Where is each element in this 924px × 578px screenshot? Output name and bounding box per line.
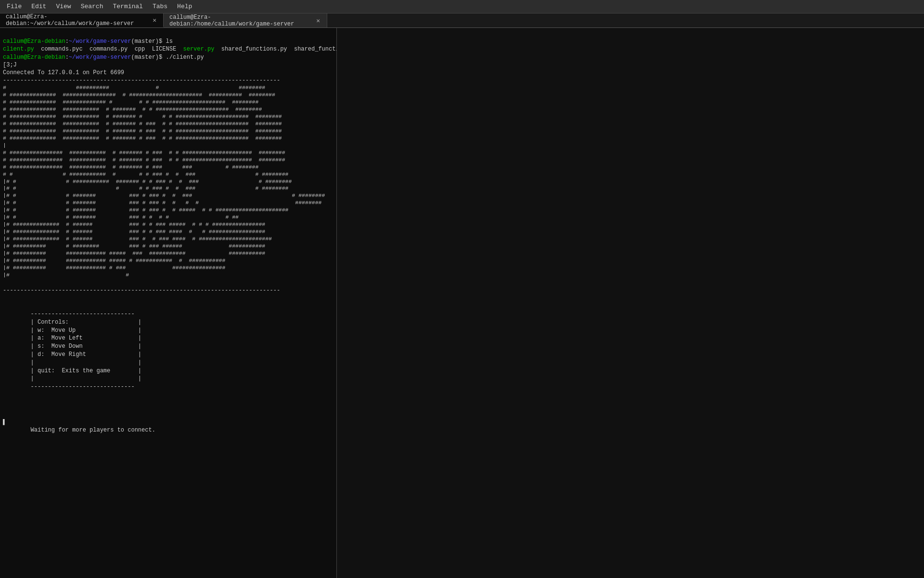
tab-1-close[interactable]: ✕ bbox=[152, 16, 157, 24]
branch-left2: (master)$ bbox=[131, 54, 166, 61]
cursor-left: ▌ bbox=[3, 419, 6, 426]
menu-tabs[interactable]: Tabs bbox=[148, 1, 172, 12]
control-s: | s: Move Down | bbox=[31, 343, 141, 350]
terminals-container: callum@Ezra-debian:~/work/game-server(ma… bbox=[0, 28, 924, 578]
connected-text: Connected To 127.0.0.1 on Port 6699 bbox=[3, 69, 124, 76]
tab-1[interactable]: callum@Ezra-debian:~/work/callum/work/ga… bbox=[0, 13, 164, 27]
username-left2: callum@Ezra-debian bbox=[3, 54, 65, 61]
file-client-py: client.py bbox=[3, 46, 34, 53]
branch-left: (master)$ bbox=[131, 38, 166, 45]
cmd-client: ./client.py bbox=[166, 54, 204, 61]
menu-edit[interactable]: Edit bbox=[26, 1, 51, 12]
path-left2: ~/work/game-server bbox=[69, 54, 131, 61]
file-commands-py: commands.py bbox=[90, 46, 128, 53]
file-cpp: cpp bbox=[135, 46, 145, 53]
controls-box-top: ------------------------------ bbox=[31, 311, 135, 317]
file-license: LICENSE bbox=[152, 46, 176, 53]
path-left: ~/work/game-server bbox=[69, 38, 131, 45]
separator-bottom: ----------------------------------------… bbox=[3, 287, 280, 294]
cmd-ls: ls bbox=[166, 38, 172, 45]
menu-file[interactable]: File bbox=[2, 1, 26, 12]
tab-2-close[interactable]: ✕ bbox=[315, 17, 321, 25]
terminal-pane-left[interactable]: callum@Ezra-debian:~/work/game-server(ma… bbox=[0, 28, 337, 578]
controls-header: | Controls: | bbox=[31, 319, 141, 326]
controls-box-bottom: ------------------------------ bbox=[31, 383, 135, 390]
file-shared-functions-pyc: shared_functions.pyc bbox=[294, 46, 337, 53]
file-shared-functions-py: shared_functions.py bbox=[221, 46, 287, 53]
control-a: | a: Move Left | bbox=[31, 335, 141, 342]
control-quit: | quit: Exits the game | bbox=[31, 368, 141, 374]
separator-top: ----------------------------------------… bbox=[3, 77, 280, 84]
control-w: | w: Move Up | bbox=[31, 327, 141, 334]
terminal-pane-right[interactable] bbox=[337, 28, 924, 578]
menubar: File Edit View Search Terminal Tabs Help bbox=[0, 0, 924, 13]
colon2: : bbox=[65, 54, 69, 61]
control-blank2: | | bbox=[31, 375, 141, 382]
colon1: : bbox=[65, 38, 69, 45]
controls-box: ------------------------------ | Control… bbox=[3, 302, 334, 391]
menu-terminal[interactable]: Terminal bbox=[108, 1, 147, 12]
tabbar: callum@Ezra-debian:~/work/callum/work/ga… bbox=[0, 13, 924, 28]
menu-help[interactable]: Help bbox=[172, 1, 197, 12]
escape-seq: [3;J bbox=[3, 62, 17, 68]
file-server-py: server.py bbox=[183, 46, 215, 53]
control-d: | d: Move Right | bbox=[31, 351, 141, 358]
tab-2-label: callum@Ezra-debian:/home/callum/work/gam… bbox=[169, 14, 311, 27]
control-blank: | | bbox=[31, 359, 141, 366]
tab-2[interactable]: callum@Ezra-debian:/home/callum/work/gam… bbox=[164, 13, 327, 27]
waiting-text-content: Waiting for more players to connect. bbox=[31, 427, 155, 434]
username-left: callum@Ezra-debian bbox=[3, 38, 65, 45]
menu-view[interactable]: View bbox=[51, 1, 76, 12]
tab-1-label: callum@Ezra-debian:~/work/callum/work/ga… bbox=[6, 13, 148, 27]
file-commands-pyc: commands.pyc bbox=[41, 46, 82, 53]
ascii-art: # ########## # ######## # ##############… bbox=[3, 84, 334, 278]
waiting-message: ▌ Waiting for more players to connect. bbox=[3, 410, 334, 434]
menu-search[interactable]: Search bbox=[76, 1, 108, 12]
